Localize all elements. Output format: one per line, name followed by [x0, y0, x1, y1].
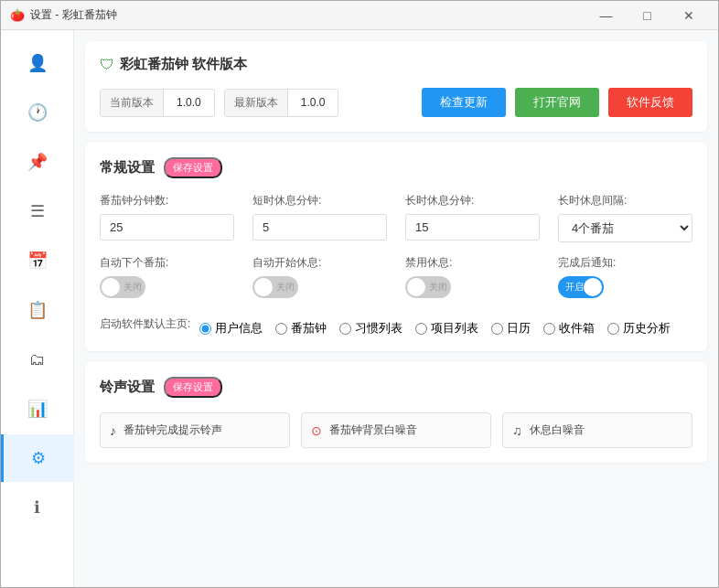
app-icon: 🍅: [10, 8, 25, 23]
bg-sound-label: 番茄钟背景白噪音: [329, 422, 417, 438]
latest-version-label: 最新版本: [225, 90, 288, 116]
auto-break-slider: 关闭: [252, 276, 298, 298]
disable-break-toggle-wrap: 关闭: [405, 276, 540, 298]
pin-icon: 📌: [27, 152, 48, 172]
general-settings-title: 常规设置: [100, 159, 155, 176]
sound-settings-section: 铃声设置 保存设置 ♪ 番茄钟完成提示铃声 ⊙ 番茄钟背景白噪音 ♫ 休息白噪音: [85, 362, 707, 463]
auto-break-label: 自动开始休息:: [252, 255, 387, 271]
auto-next-slider: 关闭: [100, 276, 145, 298]
radio-habits[interactable]: 习惯列表: [339, 320, 402, 337]
list-icon: ☰: [30, 201, 45, 221]
radio-calendar-label: 日历: [507, 320, 531, 337]
chart-icon: 📊: [27, 399, 48, 419]
close-button[interactable]: ✕: [668, 1, 709, 30]
auto-next-label: 自动下个番茄:: [100, 255, 234, 271]
current-version-label: 当前版本: [101, 90, 164, 116]
long-break-input[interactable]: [405, 214, 540, 241]
info-icon: ℹ: [34, 497, 40, 518]
auto-next-toggle[interactable]: 关闭: [100, 276, 145, 298]
disable-break-group: 禁用休息: 关闭: [405, 255, 540, 298]
sidebar-item-info[interactable]: ℹ: [10, 484, 65, 531]
sidebar-item-settings[interactable]: ⚙: [1, 434, 74, 482]
feedback-button[interactable]: 软件反馈: [608, 88, 692, 117]
break-sound-label: 休息白噪音: [530, 422, 585, 438]
disable-break-label: 禁用休息:: [405, 255, 540, 271]
radio-projects-label: 项目列表: [431, 320, 478, 337]
general-settings-header: 常规设置 保存设置: [100, 157, 692, 178]
long-break-interval-select[interactable]: 4个番茄 3个番茄 5个番茄 6个番茄: [558, 214, 692, 242]
sidebar-item-user[interactable]: 👤: [10, 39, 65, 87]
sidebar-item-notes[interactable]: 📋: [10, 286, 65, 334]
version-section: 🛡 彩虹番茄钟 软件版本 当前版本 1.0.0 最新版本 1.0.0 检查更新 …: [85, 41, 707, 132]
notify-toggle[interactable]: 开启: [558, 276, 604, 298]
version-row: 当前版本 1.0.0 最新版本 1.0.0 检查更新 打开官网 软件反馈: [100, 88, 692, 117]
radio-history[interactable]: 历史分析: [607, 320, 671, 337]
notify-label: 完成后通知:: [558, 255, 692, 271]
sidebar-item-chart[interactable]: 📊: [10, 385, 65, 433]
long-break-group: 长时休息分钟:: [405, 193, 540, 242]
content-area: 🛡 彩虹番茄钟 软件版本 当前版本 1.0.0 最新版本 1.0.0 检查更新 …: [74, 30, 718, 587]
auto-break-toggle[interactable]: 关闭: [252, 276, 298, 298]
break-sound-icon: ♫: [512, 423, 522, 438]
disable-break-slider: 关闭: [405, 276, 451, 298]
long-break-interval-label: 长时休息间隔:: [558, 193, 692, 208]
stats-icon: 🗂: [29, 350, 46, 369]
short-break-input[interactable]: [252, 214, 387, 241]
default-home-group: 启动软件默认主页: 用户信息 番茄钟 习惯列表: [100, 311, 692, 337]
break-sound-button[interactable]: ♫ 休息白噪音: [502, 412, 692, 448]
radio-projects[interactable]: 项目列表: [415, 320, 478, 337]
settings-icon: ⚙: [31, 448, 46, 468]
sidebar-item-pin[interactable]: 📌: [10, 138, 65, 186]
short-break-label: 短时休息分钟:: [252, 193, 387, 208]
home-radio-group: 用户信息 番茄钟 习惯列表 项目列表: [199, 320, 671, 337]
notify-on-text: 开启: [565, 281, 584, 294]
short-break-group: 短时休息分钟:: [252, 193, 387, 242]
complete-sound-label: 番茄钟完成提示铃声: [123, 422, 222, 438]
auto-next-group: 自动下个番茄: 关闭: [100, 255, 234, 298]
current-version-value: 1.0.0: [164, 91, 214, 114]
radio-inbox-label: 收件箱: [559, 320, 595, 337]
shield-icon: 🛡: [100, 57, 114, 73]
version-title: 彩虹番茄钟 软件版本: [120, 56, 247, 73]
notify-slider: 开启: [558, 276, 604, 298]
sidebar-item-calendar[interactable]: 📅: [10, 237, 65, 284]
main-window: 🍅 设置 - 彩虹番茄钟 — □ ✕ 👤 🕐 📌 ☰ 📅: [0, 0, 719, 588]
radio-inbox[interactable]: 收件箱: [543, 320, 595, 337]
radio-user-info-label: 用户信息: [215, 320, 263, 337]
pomodoro-minutes-input[interactable]: [100, 214, 234, 241]
complete-sound-icon: ♪: [110, 423, 116, 438]
save-sound-button[interactable]: 保存设置: [164, 377, 222, 398]
minimize-button[interactable]: —: [585, 1, 627, 30]
sidebar-item-list[interactable]: ☰: [10, 187, 65, 235]
bg-sound-button[interactable]: ⊙ 番茄钟背景白噪音: [301, 412, 491, 448]
user-icon: 👤: [27, 53, 48, 73]
maximize-button[interactable]: □: [627, 1, 668, 30]
radio-pomodoro[interactable]: 番茄钟: [275, 320, 327, 337]
notify-toggle-wrap: 开启: [558, 276, 692, 298]
disable-break-toggle[interactable]: 关闭: [405, 276, 451, 298]
save-general-button[interactable]: 保存设置: [164, 157, 222, 178]
radio-user-info[interactable]: 用户信息: [199, 320, 263, 337]
notes-icon: 📋: [27, 300, 48, 320]
open-website-button[interactable]: 打开官网: [515, 88, 599, 117]
complete-sound-button[interactable]: ♪ 番茄钟完成提示铃声: [100, 412, 290, 448]
window-title: 设置 - 彩虹番茄钟: [30, 7, 585, 23]
sound-buttons-row: ♪ 番茄钟完成提示铃声 ⊙ 番茄钟背景白噪音 ♫ 休息白噪音: [100, 412, 692, 448]
sidebar-item-clock[interactable]: 🕐: [10, 89, 65, 136]
check-update-button[interactable]: 检查更新: [422, 88, 506, 117]
disable-break-off-text: 关闭: [429, 281, 447, 294]
general-settings-section: 常规设置 保存设置 番茄钟分钟数: 短时休息分钟:: [85, 143, 707, 351]
radio-habits-label: 习惯列表: [355, 320, 402, 337]
calendar-icon: 📅: [27, 251, 48, 271]
pomodoro-minutes-group: 番茄钟分钟数:: [100, 193, 234, 242]
default-home-label: 启动软件默认主页:: [100, 316, 190, 332]
window-controls: — □ ✕: [585, 1, 709, 30]
auto-break-toggle-wrap: 关闭: [252, 276, 387, 298]
radio-calendar[interactable]: 日历: [491, 320, 531, 337]
radio-history-label: 历史分析: [623, 320, 671, 337]
auto-break-off-text: 关闭: [276, 281, 295, 294]
sidebar-item-stats[interactable]: 🗂: [10, 336, 65, 383]
auto-next-off-text: 关闭: [123, 281, 142, 294]
titlebar: 🍅 设置 - 彩虹番茄钟 — □ ✕: [1, 1, 718, 30]
radio-pomodoro-label: 番茄钟: [291, 320, 327, 337]
